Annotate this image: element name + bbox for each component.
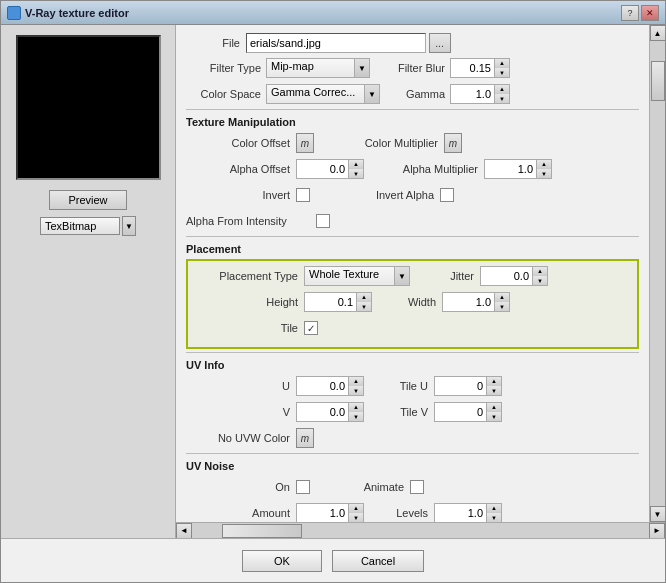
v-wrap: ▲ ▼ bbox=[296, 402, 364, 422]
width-up[interactable]: ▲ bbox=[495, 293, 509, 302]
main-window: V-Ray texture editor ? ✕ Preview TexBitm… bbox=[0, 0, 666, 583]
hscroll-left-button[interactable]: ◄ bbox=[176, 523, 192, 539]
cancel-button[interactable]: Cancel bbox=[332, 550, 424, 572]
placement-type-select[interactable]: Whole Texture bbox=[304, 266, 394, 286]
tile-u-input[interactable] bbox=[434, 376, 486, 396]
on-label: On bbox=[186, 481, 296, 493]
animate-checkbox[interactable] bbox=[410, 480, 424, 494]
on-checkbox[interactable] bbox=[296, 480, 310, 494]
window-title: V-Ray texture editor bbox=[25, 7, 129, 19]
filter-blur-up[interactable]: ▲ bbox=[495, 59, 509, 68]
gamma-up[interactable]: ▲ bbox=[495, 85, 509, 94]
tile-v-input[interactable] bbox=[434, 402, 486, 422]
invert-checkbox[interactable] bbox=[296, 188, 310, 202]
filter-blur-down[interactable]: ▼ bbox=[495, 68, 509, 77]
close-button[interactable]: ✕ bbox=[641, 5, 659, 21]
alpha-offset-label: Alpha Offset bbox=[186, 163, 296, 175]
alpha-intensity-checkbox[interactable] bbox=[316, 214, 330, 228]
gamma-wrap: ▲ ▼ bbox=[450, 84, 510, 104]
color-multiplier-m-btn[interactable]: m bbox=[444, 133, 462, 153]
tile-u-down[interactable]: ▼ bbox=[487, 386, 501, 395]
texture-manipulation-header: Texture Manipulation bbox=[186, 116, 639, 128]
filter-type-dropdown: Mip-map ▼ bbox=[266, 58, 370, 78]
placement-type-dropdown: Whole Texture ▼ bbox=[304, 266, 410, 286]
jitter-input[interactable] bbox=[480, 266, 532, 286]
scroll-up-button[interactable]: ▲ bbox=[650, 25, 666, 41]
gamma-down[interactable]: ▼ bbox=[495, 94, 509, 103]
tile-v-up[interactable]: ▲ bbox=[487, 403, 501, 412]
jitter-up[interactable]: ▲ bbox=[533, 267, 547, 276]
amount-input[interactable] bbox=[296, 503, 348, 522]
v-label: V bbox=[186, 406, 296, 418]
alpha-offset-up[interactable]: ▲ bbox=[349, 160, 363, 169]
alpha-intensity-label: Alpha From Intensity bbox=[186, 215, 316, 227]
alpha-offset-input[interactable] bbox=[296, 159, 348, 179]
color-offset-row: Color Offset m Color Multiplier m bbox=[186, 132, 639, 154]
amount-up[interactable]: ▲ bbox=[349, 504, 363, 513]
alpha-multiplier-down[interactable]: ▼ bbox=[537, 169, 551, 178]
scroll-down-button[interactable]: ▼ bbox=[650, 506, 666, 522]
alpha-offset-down[interactable]: ▼ bbox=[349, 169, 363, 178]
v-down[interactable]: ▼ bbox=[349, 412, 363, 421]
scroll-track[interactable] bbox=[650, 41, 666, 506]
u-input[interactable] bbox=[296, 376, 348, 396]
hscroll-track[interactable] bbox=[192, 523, 649, 539]
tile-v-wrap: ▲ ▼ bbox=[434, 402, 502, 422]
color-offset-m-btn[interactable]: m bbox=[296, 133, 314, 153]
tile-u-wrap: ▲ ▼ bbox=[434, 376, 502, 396]
gamma-input[interactable] bbox=[450, 84, 494, 104]
tile-v-down[interactable]: ▼ bbox=[487, 412, 501, 421]
alpha-intensity-row: Alpha From Intensity bbox=[186, 210, 639, 232]
jitter-down[interactable]: ▼ bbox=[533, 276, 547, 285]
scroll-thumb[interactable] bbox=[651, 61, 665, 101]
alpha-offset-row: Alpha Offset ▲ ▼ Alpha Multiplier bbox=[186, 158, 639, 180]
ok-button[interactable]: OK bbox=[242, 550, 322, 572]
help-button[interactable]: ? bbox=[621, 5, 639, 21]
file-input[interactable]: erials/sand.jpg bbox=[246, 33, 426, 53]
file-label: File bbox=[186, 37, 246, 49]
filter-blur-input[interactable] bbox=[450, 58, 494, 78]
right-panel: File erials/sand.jpg ... Filter Type Mip… bbox=[176, 25, 665, 538]
color-offset-label: Color Offset bbox=[186, 137, 296, 149]
tile-v-label: Tile V bbox=[374, 406, 434, 418]
filter-type-arrow[interactable]: ▼ bbox=[354, 58, 370, 78]
v-up[interactable]: ▲ bbox=[349, 403, 363, 412]
u-wrap: ▲ ▼ bbox=[296, 376, 364, 396]
height-input[interactable] bbox=[304, 292, 356, 312]
v-input[interactable] bbox=[296, 402, 348, 422]
tile-checkbox[interactable] bbox=[304, 321, 318, 335]
amount-down[interactable]: ▼ bbox=[349, 513, 363, 522]
filter-blur-label: Filter Blur bbox=[390, 62, 450, 74]
levels-up[interactable]: ▲ bbox=[487, 504, 501, 513]
width-label: Width bbox=[382, 296, 442, 308]
hscroll-right-button[interactable]: ► bbox=[649, 523, 665, 539]
u-up[interactable]: ▲ bbox=[349, 377, 363, 386]
height-up[interactable]: ▲ bbox=[357, 293, 371, 302]
no-uvw-m-btn[interactable]: m bbox=[296, 428, 314, 448]
placement-type-arrow[interactable]: ▼ bbox=[394, 266, 410, 286]
colorspace-arrow[interactable]: ▼ bbox=[364, 84, 380, 104]
file-browse-button[interactable]: ... bbox=[429, 33, 451, 53]
filter-blur-wrap: ▲ ▼ bbox=[450, 58, 510, 78]
levels-input[interactable] bbox=[434, 503, 486, 522]
levels-down[interactable]: ▼ bbox=[487, 513, 501, 522]
window-icon bbox=[7, 6, 21, 20]
height-down[interactable]: ▼ bbox=[357, 302, 371, 311]
tile-u-up[interactable]: ▲ bbox=[487, 377, 501, 386]
horizontal-scrollbar: ◄ ► bbox=[176, 522, 665, 538]
u-down[interactable]: ▼ bbox=[349, 386, 363, 395]
invert-alpha-checkbox[interactable] bbox=[440, 188, 454, 202]
tex-type-select[interactable]: TexBitmap bbox=[40, 217, 120, 235]
width-down[interactable]: ▼ bbox=[495, 302, 509, 311]
hscroll-thumb[interactable] bbox=[222, 524, 302, 538]
gamma-label: Gamma bbox=[400, 88, 450, 100]
colorspace-select[interactable]: Gamma Correc... bbox=[266, 84, 364, 104]
v-row: V ▲ ▼ Tile V ▲ bbox=[186, 401, 639, 423]
filter-type-select[interactable]: Mip-map bbox=[266, 58, 354, 78]
width-input[interactable] bbox=[442, 292, 494, 312]
tex-type-arrow[interactable]: ▼ bbox=[122, 216, 136, 236]
alpha-multiplier-up[interactable]: ▲ bbox=[537, 160, 551, 169]
alpha-multiplier-input[interactable] bbox=[484, 159, 536, 179]
preview-button[interactable]: Preview bbox=[49, 190, 126, 210]
scroll-area[interactable]: File erials/sand.jpg ... Filter Type Mip… bbox=[176, 25, 649, 522]
